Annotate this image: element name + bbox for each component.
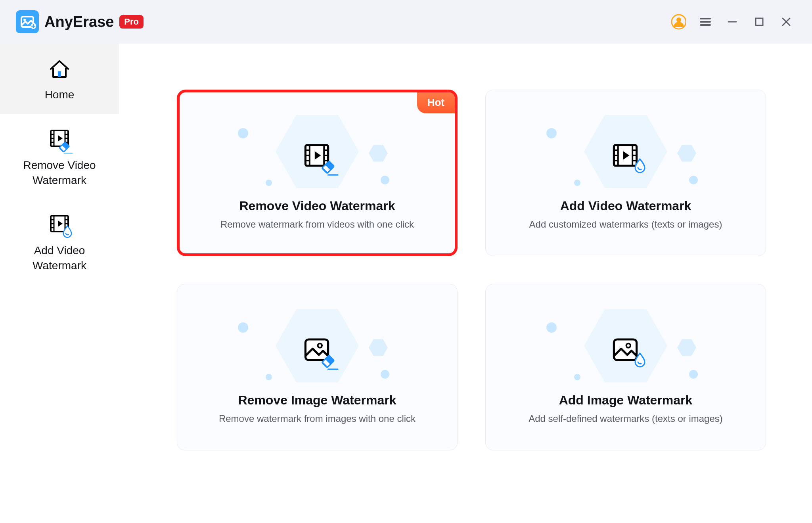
window-controls (671, 14, 794, 29)
card-title: Remove Image Watermark (238, 393, 396, 408)
card-icon (293, 310, 341, 390)
video-drop-icon (4, 211, 115, 239)
sidebar-item-home[interactable]: Home (0, 44, 119, 114)
card-desc: Add self-defined watermarks (texts or im… (529, 413, 723, 424)
brand: AnyErase Pro (16, 10, 144, 33)
card-remove-video-watermark[interactable]: Hot Remove Video Watermark Remove waterm… (177, 90, 458, 256)
card-remove-image-watermark[interactable]: Remove Image Watermark Remove watermark … (177, 284, 458, 450)
account-icon[interactable] (671, 14, 686, 29)
menu-icon[interactable] (698, 14, 713, 29)
hot-badge: Hot (417, 92, 455, 113)
app-logo-icon (16, 10, 39, 33)
pro-badge: Pro (119, 15, 144, 29)
minimize-icon[interactable] (725, 14, 740, 29)
sidebar-item-label: Remove Video Watermark (4, 158, 115, 188)
card-title: Add Video Watermark (560, 199, 691, 213)
card-title: Remove Video Watermark (239, 199, 395, 213)
card-add-video-watermark[interactable]: Add Video Watermark Add customized water… (485, 90, 766, 256)
sidebar: Home Remove Video Watermark Add Video Wa… (0, 44, 119, 523)
sidebar-item-add-video-watermark[interactable]: Add Video Watermark (0, 199, 119, 285)
card-desc: Remove watermark from videos with one cl… (220, 219, 414, 230)
card-desc: Remove watermark from images with one cl… (219, 413, 416, 424)
sidebar-item-label: Add Video Watermark (4, 243, 115, 273)
close-icon[interactable] (779, 14, 794, 29)
sidebar-item-remove-video-watermark[interactable]: Remove Video Watermark (0, 114, 119, 200)
card-desc: Add customized watermarks (texts or imag… (529, 219, 722, 230)
main-area: Hot Remove Video Watermark Remove waterm… (119, 44, 812, 523)
app-name: AnyErase (44, 13, 114, 31)
home-icon (4, 55, 115, 83)
svg-rect-25 (756, 18, 763, 25)
card-icon (293, 116, 341, 195)
card-icon (602, 310, 649, 390)
card-icon (602, 116, 649, 195)
maximize-icon[interactable] (752, 14, 767, 29)
video-erase-icon (4, 125, 115, 154)
titlebar: AnyErase Pro (0, 0, 812, 44)
card-add-image-watermark[interactable]: Add Image Watermark Add self-defined wat… (485, 284, 766, 450)
sidebar-item-label: Home (4, 87, 115, 102)
card-title: Add Image Watermark (559, 393, 693, 408)
